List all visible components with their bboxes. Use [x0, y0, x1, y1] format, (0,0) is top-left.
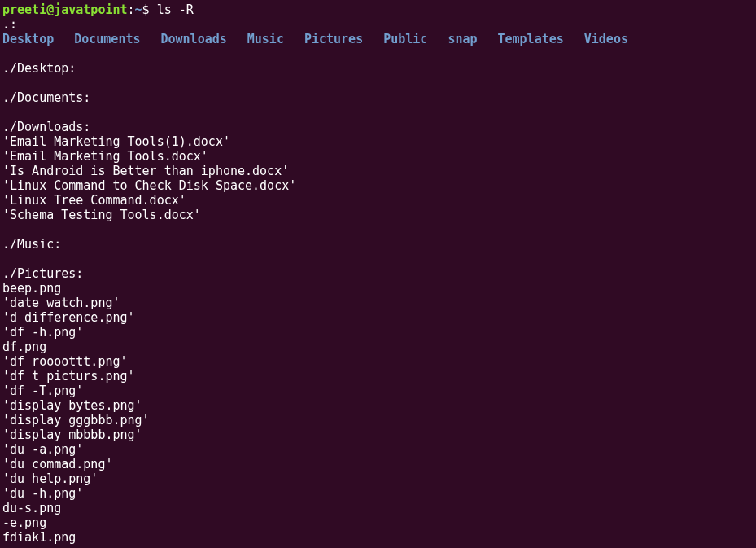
- pictures-file: 'display gggbbb.png': [2, 413, 754, 427]
- dir-downloads: Downloads: [161, 32, 227, 46]
- downloads-file: 'Email Marketing Tools(1).docx': [2, 134, 754, 149]
- blank-line: [2, 46, 754, 61]
- downloads-section-header: ./Downloads:: [2, 120, 754, 134]
- pictures-file: fdiak1.png: [2, 530, 754, 545]
- pictures-file: 'display bytes.png': [2, 398, 754, 413]
- downloads-file: 'Is Android is Better than iphone.docx': [2, 164, 754, 178]
- dir-public: Public: [383, 32, 427, 46]
- root-section-header: .:: [2, 17, 754, 32]
- dir-templates: Templates: [498, 32, 564, 46]
- prompt-at: @: [46, 2, 54, 17]
- pictures-file: 'df roooottt.png': [2, 354, 754, 369]
- dir-music: Music: [247, 32, 284, 46]
- prompt-colon: :: [128, 2, 135, 17]
- blank-line: [2, 252, 754, 266]
- pictures-file: -e.png: [2, 515, 754, 530]
- terminal-output: preeti@javatpoint:~$ ls -R .: DesktopDoc…: [2, 2, 754, 545]
- blank-line: [2, 105, 754, 120]
- pictures-file: 'd difference.png': [2, 310, 754, 325]
- blank-line: [2, 76, 754, 90]
- documents-section-header: ./Documents:: [2, 90, 754, 105]
- downloads-file: 'Schema Testing Tools.docx': [2, 208, 754, 222]
- blank-line: [2, 222, 754, 237]
- downloads-file: 'Email Marketing Tools.docx': [2, 149, 754, 164]
- dir-pictures: Pictures: [304, 32, 363, 46]
- dir-desktop: Desktop: [2, 32, 54, 46]
- dir-documents: Documents: [74, 32, 140, 46]
- pictures-file: 'df -h.png': [2, 325, 754, 340]
- downloads-file: 'Linux Tree Command.docx': [2, 193, 754, 208]
- pictures-file: 'df t picturs.png': [2, 369, 754, 384]
- pictures-file: 'du -a.png': [2, 442, 754, 457]
- pictures-file: 'du -h.png': [2, 486, 754, 501]
- pictures-file: beep.png: [2, 281, 754, 296]
- pictures-file: 'display mbbbb.png': [2, 427, 754, 442]
- pictures-file: 'date watch.png': [2, 296, 754, 310]
- command-text: ls -R: [157, 2, 194, 17]
- root-dir-list: DesktopDocumentsDownloadsMusicPicturesPu…: [2, 32, 754, 46]
- prompt-host: javatpoint: [54, 2, 127, 17]
- pictures-file: 'du commad.png': [2, 457, 754, 471]
- dir-snap: snap: [448, 32, 477, 46]
- pictures-file: du-s.png: [2, 501, 754, 515]
- downloads-file: 'Linux Command to Check Disk Space.docx': [2, 178, 754, 193]
- pictures-file: 'du help.png': [2, 471, 754, 486]
- prompt-user: preeti: [2, 2, 46, 17]
- prompt-line: preeti@javatpoint:~$ ls -R: [2, 2, 754, 17]
- pictures-section-header: ./Pictures:: [2, 266, 754, 281]
- pictures-file: 'df -T.png': [2, 384, 754, 398]
- music-section-header: ./Music:: [2, 237, 754, 252]
- prompt-path: ~: [135, 2, 142, 17]
- pictures-file: df.png: [2, 340, 754, 354]
- prompt-dollar: $: [142, 2, 150, 17]
- desktop-section-header: ./Desktop:: [2, 61, 754, 76]
- dir-videos: Videos: [584, 32, 628, 46]
